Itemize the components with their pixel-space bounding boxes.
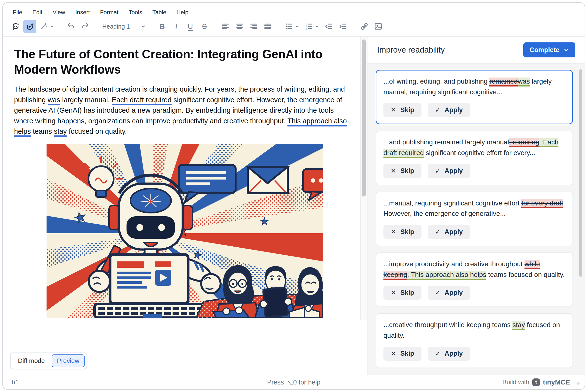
apply-button[interactable]: ✓Apply xyxy=(428,103,470,117)
chevron-down-icon xyxy=(563,47,569,53)
toolbar-group-ai xyxy=(9,20,56,33)
menu-item-format[interactable]: Format xyxy=(96,7,123,18)
help-shortcut-text: Press ⌥0 for help xyxy=(3,378,584,386)
apply-button[interactable]: ✓Apply xyxy=(428,286,470,300)
menu-item-insert[interactable]: Insert xyxy=(71,7,94,18)
editor-scrollbar-thumb[interactable] xyxy=(362,40,366,196)
doc-paragraph: The landscape of digital content creatio… xyxy=(14,84,350,137)
brand-name: tinyMCE xyxy=(543,378,570,386)
improve-readability-panel: Improve readability Complete ...of writi… xyxy=(367,36,584,375)
apply-button[interactable]: ✓Apply xyxy=(428,225,470,239)
suggestion-text: ...creative throughput while keeping tea… xyxy=(383,320,565,341)
preview-button[interactable]: Preview xyxy=(52,354,85,367)
menubar: FileEditViewInsertFormatToolsTableHelp xyxy=(3,3,584,18)
panel-title: Improve readability xyxy=(377,45,445,54)
align-center-button[interactable] xyxy=(233,20,246,33)
image-icon xyxy=(374,22,383,31)
suggestion-context: teams focused on quality. xyxy=(486,271,564,278)
editor-window: FileEditViewInsertFormatToolsTableHelp xyxy=(3,2,585,390)
chevron-down-icon xyxy=(141,24,146,29)
diff-preview-underline: was xyxy=(48,96,60,106)
italic-icon: I xyxy=(175,22,178,31)
numbered-list-button[interactable]: 123 xyxy=(302,20,321,33)
branding[interactable]: Build with t tinyMCE xyxy=(502,378,580,386)
resize-gripper-icon[interactable] xyxy=(574,380,580,385)
diff-mode-button[interactable]: Diff mode xyxy=(13,354,50,367)
toolbar: Heading 1 B I U S xyxy=(3,18,584,36)
underline-button[interactable]: U xyxy=(184,20,197,33)
panel-scrollbar-thumb[interactable] xyxy=(579,69,582,277)
element-path: h1 xyxy=(12,378,19,386)
suggestion-context: ...improve productivity and creative thr… xyxy=(383,260,524,268)
bold-icon: B xyxy=(160,22,165,30)
block-format-select[interactable]: Heading 1 xyxy=(100,20,147,33)
bold-button[interactable]: B xyxy=(156,20,169,33)
indent-icon xyxy=(339,22,347,31)
suggestion-text: ...manual, requiring significant cogniti… xyxy=(383,198,565,219)
suggestion-list: ...of writing, editing, and publishing r… xyxy=(367,63,584,375)
align-left-button[interactable] xyxy=(219,20,232,33)
document-illustration[interactable]: ★ ★ ★ ★ xyxy=(47,144,350,318)
align-right-button[interactable] xyxy=(247,20,260,33)
tinymce-logo-icon: t xyxy=(532,378,540,386)
suggestion-context: ...manual, requiring significant cogniti… xyxy=(383,200,521,207)
editor-scrollbar[interactable] xyxy=(360,36,367,320)
menu-item-edit[interactable]: Edit xyxy=(28,7,47,18)
suggestion-card[interactable]: ...improve productivity and creative thr… xyxy=(376,252,573,307)
skip-button[interactable]: ✕Skip xyxy=(383,164,421,178)
ai-shortcuts-button[interactable] xyxy=(37,20,56,33)
skip-button[interactable]: ✕Skip xyxy=(383,103,421,117)
justify-icon xyxy=(263,22,272,31)
diff-del: for every draft xyxy=(521,200,563,208)
apply-button[interactable]: ✓Apply xyxy=(428,164,470,178)
skip-button-icon: ✕ xyxy=(391,167,396,175)
indent-button[interactable] xyxy=(336,20,349,33)
editor-canvas[interactable]: The Future of Content Creation: Integrat… xyxy=(3,36,367,318)
image-button[interactable] xyxy=(372,20,385,33)
suggestion-card[interactable]: ...and publishing remained largely manua… xyxy=(376,130,573,185)
diff-ins: stay xyxy=(512,321,525,330)
suggestion-card[interactable]: ...of writing, editing, and publishing r… xyxy=(376,70,573,124)
menu-item-file[interactable]: File xyxy=(9,7,27,18)
brand-prefix: Build with xyxy=(502,378,529,386)
justify-button[interactable] xyxy=(261,20,274,33)
ai-review-icon xyxy=(26,22,34,31)
ai-review-button[interactable] xyxy=(23,20,36,33)
redo-icon xyxy=(81,22,90,31)
suggestion-card[interactable]: ...manual, requiring significant cogniti… xyxy=(376,192,573,246)
link-button[interactable] xyxy=(358,20,371,33)
ai-assistant-button[interactable] xyxy=(9,20,22,33)
bullet-list-button[interactable] xyxy=(283,20,302,33)
card-actions: ✕Skip✓Apply xyxy=(383,225,565,239)
card-actions: ✕Skip✓Apply xyxy=(383,103,565,117)
svg-text:★: ★ xyxy=(260,216,269,227)
suggestion-card[interactable]: ...creative throughput while keeping tea… xyxy=(376,313,573,368)
undo-button[interactable] xyxy=(65,20,78,33)
undo-icon xyxy=(67,22,75,31)
redo-button[interactable] xyxy=(79,20,92,33)
apply-button[interactable]: ✓Apply xyxy=(428,347,470,361)
menu-item-tools[interactable]: Tools xyxy=(125,7,146,18)
skip-button[interactable]: ✕Skip xyxy=(383,286,421,300)
menu-item-help[interactable]: Help xyxy=(172,7,192,18)
card-actions: ✕Skip✓Apply xyxy=(383,286,565,300)
suggestion-context: significant cognitive effort for every..… xyxy=(424,149,535,156)
editor-body: The Future of Content Creation: Integrat… xyxy=(3,36,584,375)
strikethrough-button[interactable]: S xyxy=(198,20,211,33)
toolbar-group-lists: 123 xyxy=(283,20,349,33)
skip-button[interactable]: ✕Skip xyxy=(383,347,421,361)
menu-item-view[interactable]: View xyxy=(49,7,69,18)
skip-button[interactable]: ✕Skip xyxy=(383,225,421,239)
diff-preview-underline: Each draft required xyxy=(112,96,172,106)
doc-text: teams xyxy=(31,128,54,135)
outdent-button[interactable] xyxy=(322,20,335,33)
skip-button-icon: ✕ xyxy=(391,228,396,236)
skip-button-icon: ✕ xyxy=(391,350,396,358)
svg-text:3: 3 xyxy=(305,27,307,30)
apply-button-icon: ✓ xyxy=(435,350,441,358)
menu-item-table[interactable]: Table xyxy=(148,7,170,18)
italic-button[interactable]: I xyxy=(170,20,183,33)
strikethrough-icon: S xyxy=(202,22,207,30)
statusbar: h1 Press ⌥0 for help Build with t tinyMC… xyxy=(3,375,584,389)
complete-button[interactable]: Complete xyxy=(523,42,575,58)
